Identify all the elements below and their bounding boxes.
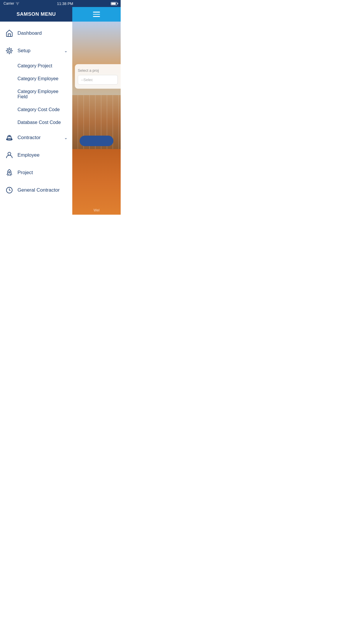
- svg-point-0: [8, 50, 10, 52]
- action-button[interactable]: [80, 136, 113, 146]
- svg-point-3: [8, 152, 11, 155]
- sidebar-item-category-project[interactable]: Category Project: [0, 60, 72, 72]
- carrier-info: Carrier: [3, 1, 20, 6]
- carrier-text: Carrier: [3, 1, 14, 6]
- battery-icon: [111, 2, 117, 5]
- wifi-icon: [15, 2, 20, 5]
- app-header: SAMSON MENU: [0, 7, 121, 22]
- database-cost-code-label: Database Cost Code: [17, 120, 61, 125]
- setup-chevron-icon: ⌄: [64, 48, 68, 53]
- app-title: SAMSON MENU: [17, 11, 56, 17]
- battery-indicator: [111, 2, 117, 5]
- sidebar-item-employee[interactable]: Employee: [0, 146, 72, 164]
- header-menu-area[interactable]: [72, 7, 121, 22]
- clock-icon: [5, 186, 14, 195]
- hamburger-line-2: [93, 14, 100, 15]
- dashboard-label: Dashboard: [17, 30, 68, 36]
- category-employee-label: Category Employee: [17, 76, 59, 81]
- sidebar-item-project[interactable]: Project: [0, 164, 72, 181]
- category-employee-field-label: Category Employee Field: [17, 89, 68, 99]
- building-background: [72, 95, 121, 149]
- welcome-text: Wel: [94, 208, 99, 212]
- gear-icon: [5, 46, 14, 55]
- category-project-label: Category Project: [17, 63, 52, 69]
- time-display: 11:38 PM: [57, 1, 73, 6]
- sidebar-item-general-contractor[interactable]: General Contractor: [0, 181, 72, 199]
- person-icon: [5, 150, 14, 160]
- main-layout: Dashboard Setup ⌄ Category Project Categ…: [0, 22, 121, 215]
- sidebar-item-contractor[interactable]: Contractor ⌄: [0, 129, 72, 146]
- svg-point-1: [7, 48, 12, 53]
- hamburger-button[interactable]: [93, 12, 100, 17]
- right-panel-background: Select a proj --Selec Wel: [72, 22, 121, 215]
- setup-label: Setup: [17, 48, 61, 54]
- rocket-icon: [5, 168, 14, 177]
- hamburger-line-3: [93, 16, 100, 17]
- svg-point-4: [9, 172, 10, 173]
- select-project-dropdown[interactable]: --Selec: [78, 75, 118, 85]
- project-label: Project: [17, 170, 68, 176]
- lower-background: Wel: [72, 149, 121, 215]
- sidebar-item-category-employee-field[interactable]: Category Employee Field: [0, 85, 72, 103]
- sidebar-item-setup[interactable]: Setup ⌄: [0, 42, 72, 60]
- general-contractor-label: General Contractor: [17, 187, 68, 193]
- employee-label: Employee: [17, 152, 68, 158]
- select-project-card: Select a proj --Selec: [75, 64, 121, 89]
- contractor-label: Contractor: [17, 135, 61, 141]
- contractor-chevron-icon: ⌄: [64, 135, 68, 140]
- select-project-title: Select a proj: [78, 68, 118, 73]
- sidebar-item-dashboard[interactable]: Dashboard: [0, 24, 72, 42]
- hamburger-line-1: [93, 12, 100, 13]
- sidebar-item-category-cost-code[interactable]: Category Cost Code: [0, 103, 72, 116]
- sidebar-item-category-employee[interactable]: Category Employee: [0, 72, 72, 85]
- header-title-area: SAMSON MENU: [0, 7, 72, 22]
- status-bar: Carrier 11:38 PM: [0, 0, 121, 7]
- hardhat-icon: [5, 133, 14, 142]
- category-cost-code-label: Category Cost Code: [17, 107, 60, 112]
- home-icon: [5, 29, 14, 38]
- sidebar-item-database-cost-code[interactable]: Database Cost Code: [0, 116, 72, 129]
- sidebar-menu: Dashboard Setup ⌄ Category Project Categ…: [0, 22, 72, 215]
